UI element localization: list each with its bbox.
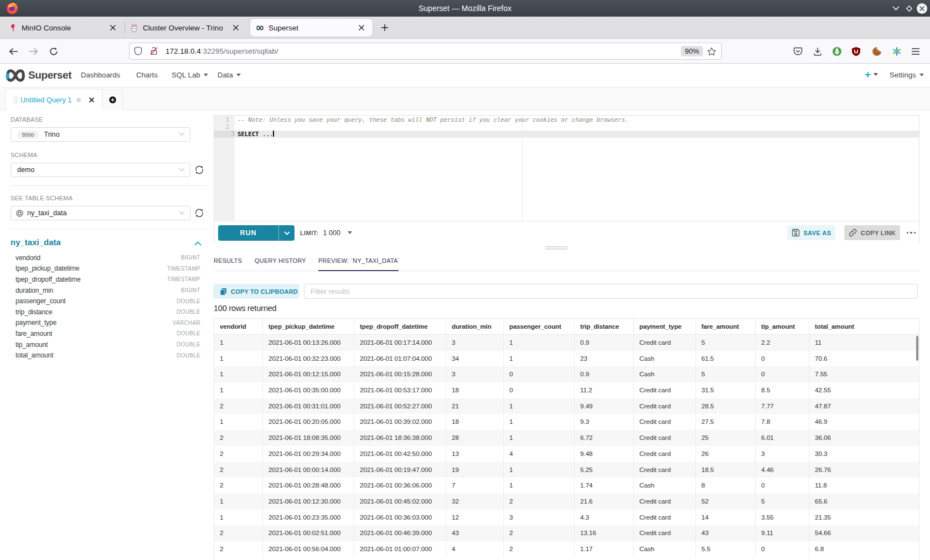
table-row[interactable]: 22021-06-01 00:00:14.0002021-06-01 00:19… [214, 462, 919, 478]
column-row[interactable]: trip_distanceDOUBLE [0, 307, 214, 318]
column-row[interactable]: fare_amountDOUBLE [0, 328, 214, 339]
save-as-button[interactable]: SAVE AS [787, 225, 835, 240]
query-tab-close-icon[interactable] [89, 97, 95, 103]
table-cell: 6.01 [756, 430, 809, 446]
table-row[interactable]: 12021-06-01 00:12:30.0002021-06-01 00:45… [214, 494, 919, 510]
asterisk-extension-button[interactable] [888, 43, 905, 60]
table-row[interactable]: 22021-06-01 00:56:04.0002021-06-01 01:00… [214, 541, 919, 557]
app-menu-button[interactable] [907, 43, 924, 60]
cookie-extension-button[interactable] [868, 43, 885, 60]
browser-tab-trino[interactable]: Cluster Overview - Trino [126, 17, 247, 39]
browser-tab-superset-active[interactable]: Superset [250, 19, 373, 37]
table-header-cell[interactable]: tip_amount [756, 319, 809, 334]
run-dropdown-button[interactable] [278, 225, 294, 241]
nav-add-button[interactable]: + [865, 69, 878, 81]
table-row[interactable]: 22021-06-01 00:02:51.0002021-06-01 00:46… [214, 525, 919, 541]
column-row[interactable]: payment_typeVARCHAR [0, 318, 214, 329]
table-row[interactable]: 22021-06-01 00:29:34.0002021-06-01 00:42… [214, 446, 919, 462]
query-tab-active[interactable]: Untitled Query 1 [5, 89, 102, 110]
collapse-chevron-up-icon[interactable] [194, 241, 202, 246]
table-select[interactable]: ny_taxi_data [11, 206, 190, 220]
zoom-level-badge[interactable]: 90% [681, 46, 703, 56]
nav-item-dashboards[interactable]: Dashboards [81, 71, 120, 79]
column-row[interactable]: vendoridBIGINT [0, 252, 214, 263]
browser-tab-minio[interactable]: MinIO Console [4, 17, 124, 39]
column-row[interactable]: total_amountDOUBLE [0, 350, 214, 361]
table-cell: 8.5 [756, 382, 809, 398]
results-tab-bar: RESULTS QUERY HISTORY PREVIEW: `NY_TAXI_… [214, 252, 919, 271]
privacy-badger-extension-button[interactable] [828, 43, 845, 60]
table-header-cell[interactable]: vendorid [214, 319, 263, 334]
reload-button[interactable] [45, 43, 62, 60]
copy-to-clipboard-button[interactable]: COPY TO CLIPBOARD [213, 284, 299, 299]
tab-title: Cluster Overview - Trino [143, 24, 223, 32]
tab-results[interactable]: RESULTS [214, 252, 242, 271]
copy-link-button[interactable]: COPY LINK [844, 225, 900, 240]
downloads-button[interactable] [809, 43, 826, 60]
add-query-tab-button[interactable] [102, 89, 123, 110]
limit-dropdown[interactable]: LIMIT: 1 000 [300, 221, 352, 244]
window-close-button[interactable] [914, 0, 929, 17]
drag-handle-icon[interactable] [14, 97, 17, 103]
database-select[interactable]: trino Trino [11, 127, 190, 142]
table-name-heading[interactable]: ny_taxi_data [11, 237, 61, 247]
refresh-schema-icon[interactable] [194, 165, 204, 175]
table-row[interactable]: 12021-06-01 00:35:00.0002021-06-01 00:53… [214, 382, 919, 398]
superset-logo-icon[interactable] [4, 68, 27, 83]
nav-item-sql-lab[interactable]: SQL Lab [172, 71, 208, 79]
more-actions-button[interactable] [905, 225, 918, 240]
table-row[interactable]: 12021-06-01 00:13:26.0002021-06-01 00:17… [214, 335, 919, 351]
schema-select[interactable]: demo [11, 163, 190, 177]
back-button[interactable] [5, 43, 22, 60]
new-tab-button[interactable] [377, 20, 392, 35]
table-cell: 1 [504, 414, 575, 430]
table-header-cell[interactable]: payment_type [634, 319, 696, 334]
nav-item-charts[interactable]: Charts [136, 71, 158, 79]
filter-results-input[interactable] [304, 284, 918, 299]
run-button[interactable]: RUN [218, 225, 294, 241]
table-scrollbar-thumb[interactable] [916, 336, 918, 361]
tab-close-icon[interactable] [229, 21, 242, 34]
nav-settings-menu[interactable]: Settings [890, 71, 924, 79]
refresh-table-icon[interactable] [194, 208, 204, 218]
table-row[interactable]: 12021-06-01 00:12:15.0002021-06-01 00:15… [214, 366, 919, 382]
table-row[interactable]: 22021-06-01 00:31:01.0002021-06-01 00:52… [214, 398, 919, 414]
nav-item-data[interactable]: Data [218, 71, 241, 79]
table-row[interactable]: 22021-06-01 18:08:35.0002021-06-01 18:36… [214, 430, 919, 446]
forward-button[interactable] [25, 43, 42, 60]
column-row[interactable]: passenger_countDOUBLE [0, 295, 214, 307]
tab-close-icon[interactable] [355, 21, 368, 34]
superset-brand[interactable]: Superset [28, 69, 71, 81]
table-header-cell[interactable]: duration_min [446, 319, 504, 334]
table-header-cell[interactable]: fare_amount [696, 319, 756, 334]
url-bar[interactable]: 172.18.0.4:32295/superset/sqllab/ 90% [129, 43, 722, 60]
window-minimize-button[interactable] [889, 0, 902, 17]
table-row[interactable]: 12021-06-01 00:20:05.0002021-06-01 00:39… [214, 414, 919, 430]
table-header-cell[interactable]: tpep_pickup_datetime [263, 319, 354, 334]
table-header-cell[interactable]: passenger_count [504, 319, 575, 334]
table-cell: 2021-06-01 00:45:02.000 [354, 494, 446, 510]
pocket-button[interactable] [789, 43, 807, 60]
table-row[interactable]: 12021-06-01 00:32:23.0002021-06-01 01:07… [214, 351, 919, 367]
tab-query-history[interactable]: QUERY HISTORY [255, 252, 306, 271]
column-row[interactable]: tip_amountDOUBLE [0, 339, 214, 350]
table-header-cell[interactable]: tpep_dropoff_datetime [354, 319, 446, 334]
table-cell: 6.8 [809, 541, 918, 557]
bookmark-star-button[interactable] [707, 47, 716, 56]
run-label[interactable]: RUN [218, 225, 278, 241]
window-maximize-button[interactable] [902, 0, 916, 17]
column-row[interactable]: duration_minBIGINT [0, 285, 214, 296]
column-row[interactable]: tpep_pickup_datetimeTIMESTAMP [0, 263, 214, 274]
pane-resize-handle[interactable] [214, 244, 919, 252]
tab-close-icon[interactable] [106, 21, 120, 34]
table-header-cell[interactable]: trip_distance [575, 319, 634, 334]
table-header-cell[interactable]: total_amount [809, 319, 918, 334]
ublock-extension-button[interactable] [848, 43, 865, 60]
table-cell: Credit card [634, 462, 696, 478]
column-row[interactable]: tpep_dropoff_datetimeTIMESTAMP [0, 274, 214, 285]
table-cell: 2021-06-01 00:15:28.000 [354, 366, 446, 382]
ace-editor[interactable]: 1 2 3 -- Note: Unless you save your quer… [214, 116, 919, 220]
table-row[interactable]: 12021-06-01 00:23:35.0002021-06-01 00:36… [214, 510, 919, 526]
table-row[interactable]: 22021-06-01 00:28:48.0002021-06-01 00:36… [214, 478, 919, 494]
tab-preview-active[interactable]: PREVIEW: `NY_TAXI_DATA` [318, 252, 400, 271]
